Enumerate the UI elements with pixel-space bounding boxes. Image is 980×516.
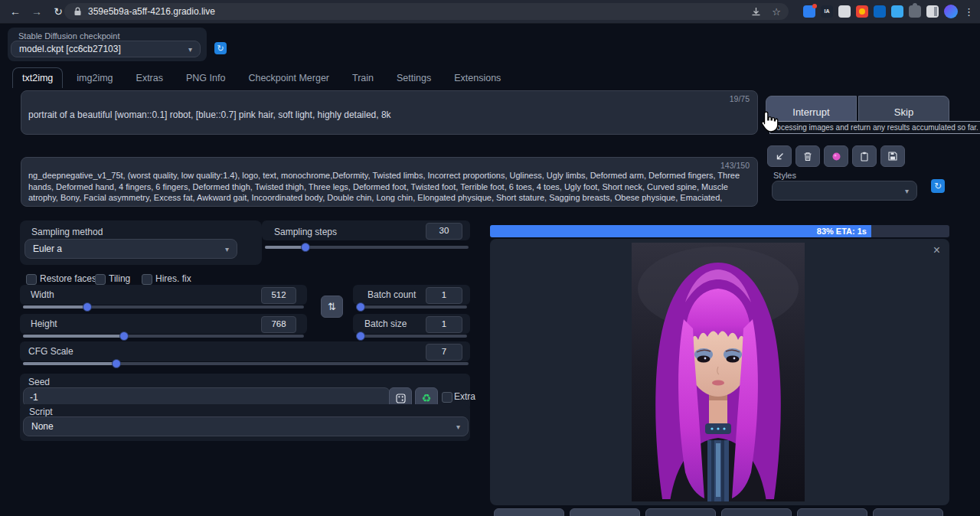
hires-fix-checkbox[interactable] (142, 274, 152, 285)
styles-refresh-button[interactable]: ↻ (931, 179, 945, 193)
batch-count-slider[interactable] (356, 302, 467, 312)
output-action-button[interactable] (721, 508, 792, 516)
clipboard-icon (860, 152, 869, 162)
app: Stable Diffusion checkpoint model.ckpt [… (0, 23, 980, 516)
save-icon (888, 152, 897, 161)
forward-button[interactable]: → (28, 2, 46, 21)
close-preview-button[interactable]: × (933, 243, 940, 257)
paste-params-button[interactable] (767, 145, 792, 167)
extension-icon-4[interactable] (856, 5, 868, 18)
tab-png-info[interactable]: PNG Info (177, 68, 234, 88)
restore-faces-checkbox[interactable] (26, 274, 37, 285)
negative-prompt-textarea[interactable]: 143/150 ng_deepnegative_v1_75t, (worst q… (21, 157, 758, 207)
browser-menu-icon[interactable]: ⋮ (964, 6, 974, 18)
output-action-button[interactable] (873, 508, 943, 516)
cfg-scale-label: CFG Scale (28, 346, 74, 357)
chevron-down-icon: ▾ (188, 45, 192, 54)
sampling-method-dropdown[interactable]: Euler a ▾ (24, 239, 237, 259)
tab-bar: txt2img img2img Extras PNG Info Checkpoi… (12, 67, 510, 88)
clear-prompt-button[interactable] (795, 145, 820, 167)
puzzle-icon[interactable] (909, 5, 921, 18)
extra-seed-label: Extra (454, 391, 475, 402)
output-action-button[interactable] (494, 508, 564, 516)
swap-dimensions-button[interactable]: ⇅ (321, 296, 343, 318)
checkpoint-dropdown[interactable]: model.ckpt [cc6cb27103] ▾ (11, 41, 201, 57)
checkpoint-value: model.ckpt [cc6cb27103] (19, 44, 121, 54)
script-value: None (31, 421, 54, 432)
negative-prompt-text: ng_deepnegative_v1_75t, (worst quality, … (21, 158, 757, 204)
browser-toolbar: ← → ↻ 359e5b9a-a5ff-4216.gradio.live ☆ I… (0, 0, 980, 24)
save-style-button[interactable] (880, 145, 905, 167)
arrow-down-left-icon (775, 152, 785, 162)
extension-icon-5[interactable] (874, 5, 886, 18)
bookmark-star-icon[interactable]: ☆ (772, 6, 781, 18)
sampling-method-label: Sampling method (31, 227, 103, 237)
extra-networks-button[interactable] (824, 145, 848, 167)
interrupt-tooltip: rocessing images and return any results … (769, 121, 980, 134)
height-slider[interactable] (23, 331, 304, 341)
sampling-steps-value[interactable]: 30 (426, 223, 462, 240)
chevron-down-icon: ▾ (456, 423, 460, 431)
width-slider[interactable] (23, 302, 304, 312)
batch-size-label: Batch size (364, 318, 407, 329)
tab-settings[interactable]: Settings (387, 68, 440, 88)
pink-card-icon (831, 152, 841, 162)
extension-icon-3[interactable] (838, 5, 851, 18)
output-action-button[interactable] (645, 508, 716, 516)
sidebar-icon[interactable] (926, 5, 939, 18)
styles-label: Styles (773, 171, 796, 180)
progress-text: 83% ETA: 1s (490, 225, 871, 237)
apply-style-button[interactable] (852, 145, 877, 167)
tiling-checkbox[interactable] (95, 274, 106, 285)
extension-icon-2[interactable]: IA (821, 5, 833, 18)
tab-extensions[interactable]: Extensions (445, 68, 510, 88)
checkpoint-refresh-button[interactable]: ↻ (214, 42, 227, 54)
extra-seed-checkbox[interactable] (442, 392, 452, 403)
tab-txt2img[interactable]: txt2img (12, 67, 63, 88)
prompt-textarea[interactable]: 19/75 portrait of a beautiful [woman::0.… (21, 90, 758, 135)
progress-bar: 83% ETA: 1s (490, 225, 949, 237)
script-dropdown[interactable]: None ▾ (23, 416, 469, 436)
prompt-tool-row (767, 145, 905, 167)
width-label: Width (31, 289, 54, 300)
prompt-text: portrait of a beautiful [woman::0.1] rob… (21, 91, 757, 120)
checkpoint-label: Stable Diffusion checkpoint (18, 31, 120, 41)
url-text: 359e5b9a-a5ff-4216.gradio.live (88, 6, 215, 17)
recycle-icon: ♻ (422, 392, 432, 404)
tab-img2img[interactable]: img2img (67, 68, 122, 88)
cfg-scale-slider[interactable] (23, 358, 469, 369)
generated-image (632, 243, 805, 501)
batch-count-label: Batch count (368, 289, 416, 300)
restore-faces-label: Restore faces (40, 273, 96, 284)
swap-icon: ⇅ (328, 301, 336, 312)
output-panel: × (490, 239, 949, 505)
dice-icon (396, 394, 406, 403)
trash-icon (803, 152, 812, 162)
sampling-method-value: Euler a (33, 243, 62, 254)
negative-token-counter: 143/150 (720, 161, 750, 170)
tab-checkpoint-merger[interactable]: Checkpoint Merger (239, 68, 338, 88)
tab-train[interactable]: Train (343, 68, 383, 88)
back-button[interactable]: ← (6, 2, 24, 21)
hires-fix-label: Hires. fix (155, 273, 191, 284)
extension-icon-6[interactable] (891, 5, 903, 18)
lock-icon[interactable] (74, 7, 82, 16)
tiling-label: Tiling (109, 273, 130, 284)
sampling-steps-label: Sampling steps (274, 227, 337, 237)
script-label: Script (29, 407, 53, 417)
output-action-button[interactable] (570, 508, 640, 516)
extension-icon-1[interactable] (803, 5, 815, 18)
download-icon[interactable] (751, 7, 761, 17)
seed-label: Seed (28, 377, 50, 387)
address-bar[interactable]: 359e5b9a-a5ff-4216.gradio.live ☆ (64, 3, 789, 20)
tab-extras[interactable]: Extras (127, 68, 172, 88)
chevron-down-icon: ▾ (225, 245, 229, 253)
profile-avatar[interactable] (944, 5, 958, 18)
styles-dropdown[interactable]: ▾ (772, 181, 917, 201)
output-action-button[interactable] (797, 508, 867, 516)
output-action-row (494, 508, 943, 516)
mouse-cursor (760, 111, 779, 132)
height-label: Height (31, 318, 57, 329)
sampling-steps-slider[interactable] (265, 242, 469, 253)
batch-size-slider[interactable] (356, 331, 467, 341)
